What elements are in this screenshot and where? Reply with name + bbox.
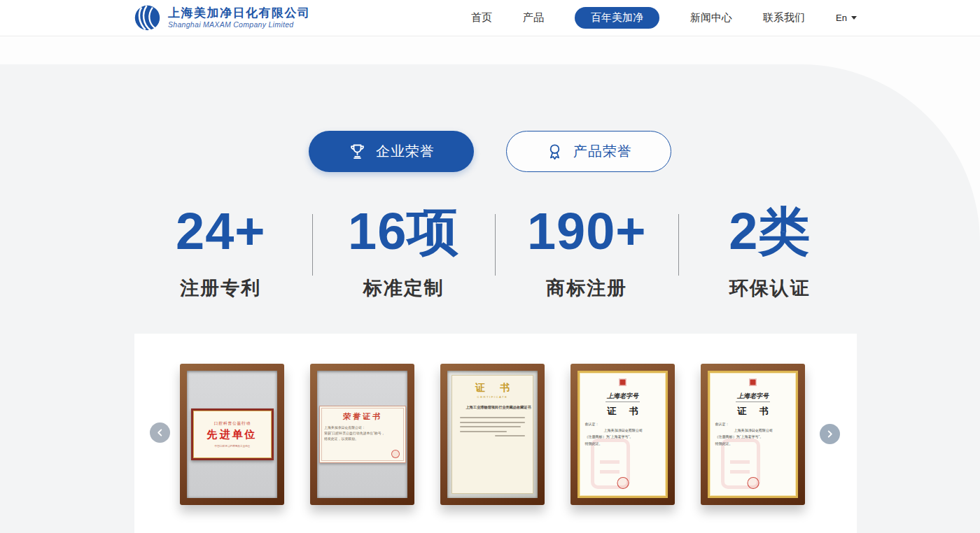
language-label: En (836, 13, 847, 23)
tab-enterprise-honor[interactable]: 企业荣誉 (309, 131, 474, 172)
stat-value: 24+ (130, 204, 312, 259)
red-square-seal-icon (749, 378, 757, 386)
carousel-next-button[interactable] (820, 424, 840, 444)
certificate-body: 兹认定： 上海美加净日化有限公司 （注册商标）为“上海老字号”。 特颁此证。 (584, 421, 662, 447)
main-nav: 首页 产品 百年美加净 新闻中心 联系我们 En (471, 7, 857, 29)
tab-product-honor[interactable]: 产品荣誉 (506, 131, 671, 172)
stat-eco-certifications: 2类 环保认证 (679, 204, 862, 301)
red-plaque: 口腔科普公益行动 先进单位 中国口腔清洁护理用品工业协会 (191, 408, 274, 460)
plaque-caption: 中国口腔清洁护理用品工业协会 (214, 444, 250, 448)
language-selector[interactable]: En (836, 13, 857, 23)
certificate-title: 证 书 (589, 405, 662, 418)
certificate-title: 荣誉证书 (323, 411, 402, 422)
certificate-body: 上海美加净日化有限公司： 荣获“口腔科普公益行动先进单位”称号， 特发此证，以资… (324, 425, 401, 441)
laozihao-mark: 上海老字号 (606, 392, 640, 402)
stat-registered-patents: 24+ 注册专利 (130, 204, 312, 301)
brand-name-cn: 上海美加净日化有限公司 (168, 7, 311, 20)
page-body: 企业荣誉 产品荣誉 24+ 注册专利 16项 标准定制 190 (0, 36, 980, 533)
stat-value: 16项 (313, 204, 496, 259)
stat-value: 2类 (679, 204, 862, 259)
stat-label: 商标注册 (496, 276, 678, 301)
certificate-subtitle: CERTIFICATE (466, 396, 518, 399)
stats-row: 24+ 注册专利 16项 标准定制 190+ 商标注册 2类 环保认证 (130, 204, 861, 301)
certificate-item-laozihao-2: 上海老字号 证 书 兹认定： 上海美加净日化有限公司 （注册商标）为“上海老字号… (701, 364, 805, 505)
nav-item-century-maxam[interactable]: 百年美加净 (575, 7, 659, 29)
honors-section: 企业荣誉 产品荣誉 24+ 注册专利 16项 标准定制 190 (0, 64, 980, 533)
nav-item-contact-us[interactable]: 联系我们 (763, 11, 805, 24)
nav-item-products[interactable]: 产品 (523, 11, 544, 24)
red-seal-icon (391, 450, 400, 458)
tab-label: 产品荣誉 (573, 142, 632, 161)
red-round-seal-icon (747, 477, 759, 489)
tab-label: 企业荣誉 (376, 142, 435, 161)
red-round-seal-icon (617, 477, 629, 489)
maxam-swirl-logo-icon (133, 3, 162, 32)
certificates-carousel: 口腔科普公益行动 先进单位 中国口腔清洁护理用品工业协会 荣誉证书 上海美加净日… (134, 334, 857, 533)
stat-trademarks: 190+ 商标注册 (496, 204, 678, 301)
certificate-heading: 上海工业博物馆项目行业类藏品收藏证书 (465, 405, 519, 410)
stat-label: 标准定制 (313, 276, 496, 301)
certificate-body: 兹认定： 上海美加净日化有限公司 （注册商标）为“上海老字号”。 特颁此证。 (714, 421, 792, 447)
brand-name-en: Shanghai MAXAM Company Limited (168, 20, 311, 29)
stat-label: 环保认证 (679, 276, 862, 301)
stat-value: 190+ (496, 204, 678, 259)
top-navigation-bar: 上海美加净日化有限公司 Shanghai MAXAM Company Limit… (0, 0, 980, 36)
laozihao-mark: 上海老字号 (736, 392, 770, 402)
certificate-title: 证 书 (462, 382, 528, 395)
chevron-left-icon (156, 429, 164, 436)
certificate-item-museum-collection: 证 书 CERTIFICATE 上海工业博物馆项目行业类藏品收藏证书 (440, 364, 545, 505)
silver-certificate: 证 书 CERTIFICATE 上海工业博物馆项目行业类藏品收藏证书 (451, 375, 533, 494)
nav-item-home[interactable]: 首页 (471, 11, 492, 24)
white-strip (0, 36, 980, 64)
nav-item-news-center[interactable]: 新闻中心 (690, 11, 732, 24)
stat-standards: 16项 标准定制 (313, 204, 496, 301)
medal-icon (545, 142, 564, 161)
plaque-subtitle: 口腔科普公益行动 (214, 420, 250, 425)
caret-down-icon (851, 16, 857, 20)
honor-tabs: 企业荣誉 产品荣誉 (0, 131, 980, 172)
brand-logo[interactable]: 上海美加净日化有限公司 Shanghai MAXAM Company Limit… (133, 3, 311, 32)
chevron-right-icon (826, 430, 834, 438)
trophy-icon (348, 142, 367, 161)
certificate-item-laozihao-1: 上海老字号 证 书 兹认定： 上海美加净日化有限公司 （注册商标）为“上海老字号… (570, 364, 675, 505)
honor-certificate: 荣誉证书 上海美加净日化有限公司： 荣获“口腔科普公益行动先进单位”称号， 特发… (319, 406, 406, 463)
certificate-frames: 口腔科普公益行动 先进单位 中国口腔清洁护理用品工业协会 荣誉证书 上海美加净日… (134, 334, 857, 505)
certificate-title: 证 书 (719, 405, 792, 418)
brand-text: 上海美加净日化有限公司 Shanghai MAXAM Company Limit… (168, 7, 311, 29)
red-square-seal-icon (619, 378, 626, 386)
carousel-prev-button[interactable] (150, 422, 170, 443)
certificate-item-advanced-unit: 口腔科普公益行动 先进单位 中国口腔清洁护理用品工业协会 (180, 364, 284, 505)
stat-label: 注册专利 (130, 276, 312, 301)
certificate-text-lines (456, 417, 528, 436)
certificate-item-honor-cert: 荣誉证书 上海美加净日化有限公司： 荣获“口腔科普公益行动先进单位”称号， 特发… (310, 364, 414, 505)
plaque-title: 先进单位 (207, 428, 258, 441)
